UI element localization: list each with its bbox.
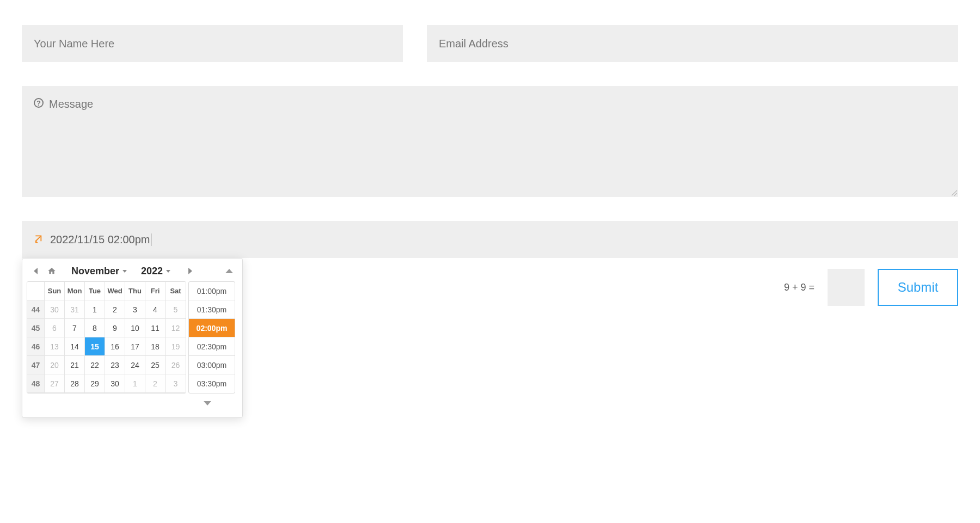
week-number: 48 xyxy=(27,374,45,393)
message-textarea[interactable] xyxy=(34,98,946,185)
email-field-wrapper xyxy=(427,25,958,62)
calendar-day[interactable]: 21 xyxy=(65,356,85,374)
time-option[interactable]: 01:30pm xyxy=(189,300,235,319)
calendar-day[interactable]: 2 xyxy=(145,374,166,393)
day-header: Mon xyxy=(65,282,85,300)
week-number-header xyxy=(27,282,45,300)
day-header: Fri xyxy=(145,282,166,300)
month-label: November xyxy=(71,266,119,277)
year-selector[interactable]: 2022 xyxy=(141,266,170,277)
calendar-day[interactable]: 12 xyxy=(166,319,186,337)
week-number: 44 xyxy=(27,300,45,319)
triangle-down-icon xyxy=(204,401,211,405)
calendar-day[interactable]: 30 xyxy=(45,300,65,319)
calendar-day[interactable]: 17 xyxy=(125,337,145,356)
calendar-day[interactable]: 29 xyxy=(85,374,105,393)
calendar-day[interactable]: 5 xyxy=(166,300,186,319)
calendar-day[interactable]: 13 xyxy=(45,337,65,356)
submit-button[interactable]: Submit xyxy=(878,269,958,306)
calendar-day[interactable]: 2 xyxy=(105,300,125,319)
calendar-day[interactable]: 10 xyxy=(125,319,145,337)
month-selector[interactable]: November xyxy=(71,266,127,277)
week-number: 45 xyxy=(27,319,45,337)
day-header: Thu xyxy=(125,282,145,300)
calendar-day[interactable]: 16 xyxy=(105,337,125,356)
message-field-wrapper: ? xyxy=(22,86,958,197)
time-option[interactable]: 01:00pm xyxy=(189,282,235,300)
next-month-button[interactable] xyxy=(183,264,197,278)
time-option[interactable]: 03:00pm xyxy=(189,356,235,374)
calendar-day[interactable]: 18 xyxy=(145,337,166,356)
email-input[interactable] xyxy=(439,38,946,50)
calendar-day[interactable]: 22 xyxy=(85,356,105,374)
picker-footer xyxy=(27,393,238,410)
caret-down-icon xyxy=(166,270,170,273)
time-scroll-up-button[interactable] xyxy=(223,264,236,278)
chevron-left-icon xyxy=(34,268,38,274)
calendar-day[interactable]: 3 xyxy=(125,300,145,319)
day-header: Sun xyxy=(45,282,65,300)
day-header: Tue xyxy=(85,282,105,300)
calendar-arrow-icon xyxy=(34,234,45,245)
week-number: 46 xyxy=(27,337,45,356)
time-list: 01:00pm01:30pm02:00pm02:30pm03:00pm03:30… xyxy=(188,281,235,393)
picker-body: SunMonTueWedThuFriSat4430311234545678910… xyxy=(27,281,238,393)
captcha-input[interactable] xyxy=(828,269,865,306)
captcha-label: 9 + 9 = xyxy=(784,282,814,293)
calendar-day[interactable]: 24 xyxy=(125,356,145,374)
week-number: 47 xyxy=(27,356,45,374)
calendar-grid: SunMonTueWedThuFriSat4430311234545678910… xyxy=(27,281,186,393)
help-icon[interactable]: ? xyxy=(34,98,44,108)
caret-down-icon xyxy=(122,270,127,273)
calendar-day[interactable]: 1 xyxy=(125,374,145,393)
name-field-wrapper xyxy=(22,25,403,62)
calendar-day[interactable]: 4 xyxy=(145,300,166,319)
picker-header: November 2022 xyxy=(27,263,238,281)
day-header: Wed xyxy=(105,282,125,300)
time-option[interactable]: 03:30pm xyxy=(189,374,235,393)
calendar-day[interactable]: 14 xyxy=(65,337,85,356)
calendar-day[interactable]: 3 xyxy=(166,374,186,393)
name-input[interactable] xyxy=(34,38,391,50)
datetime-value: 2022/11/15 02:00pm xyxy=(50,233,151,246)
calendar-day[interactable]: 11 xyxy=(145,319,166,337)
time-scroll-down-button[interactable] xyxy=(201,397,214,410)
calendar-day[interactable]: 15 xyxy=(85,337,105,356)
calendar-day[interactable]: 19 xyxy=(166,337,186,356)
calendar-day[interactable]: 20 xyxy=(45,356,65,374)
name-email-row xyxy=(22,25,958,62)
calendar-day[interactable]: 31 xyxy=(65,300,85,319)
calendar-day[interactable]: 7 xyxy=(65,319,85,337)
prev-month-button[interactable] xyxy=(29,264,42,278)
chevron-right-icon xyxy=(188,268,192,274)
calendar-day[interactable]: 9 xyxy=(105,319,125,337)
calendar-day[interactable]: 8 xyxy=(85,319,105,337)
calendar-day[interactable]: 1 xyxy=(85,300,105,319)
year-label: 2022 xyxy=(141,266,163,277)
calendar-day[interactable]: 6 xyxy=(45,319,65,337)
home-icon xyxy=(47,267,56,275)
calendar-day[interactable]: 26 xyxy=(166,356,186,374)
day-header: Sat xyxy=(166,282,186,300)
resize-handle-icon xyxy=(950,188,957,196)
calendar-day[interactable]: 28 xyxy=(65,374,85,393)
time-option[interactable]: 02:00pm xyxy=(189,319,235,337)
calendar-day[interactable]: 30 xyxy=(105,374,125,393)
calendar-day[interactable]: 25 xyxy=(145,356,166,374)
triangle-up-icon xyxy=(225,269,233,273)
today-button[interactable] xyxy=(45,264,58,278)
time-option[interactable]: 02:30pm xyxy=(189,337,235,356)
datetime-picker-popup: November 2022 SunMonTueWedThuFriSat44303… xyxy=(22,258,243,418)
datetime-field-wrapper[interactable]: 2022/11/15 02:00pm xyxy=(22,221,958,258)
calendar-day[interactable]: 27 xyxy=(45,374,65,393)
calendar-day[interactable]: 23 xyxy=(105,356,125,374)
